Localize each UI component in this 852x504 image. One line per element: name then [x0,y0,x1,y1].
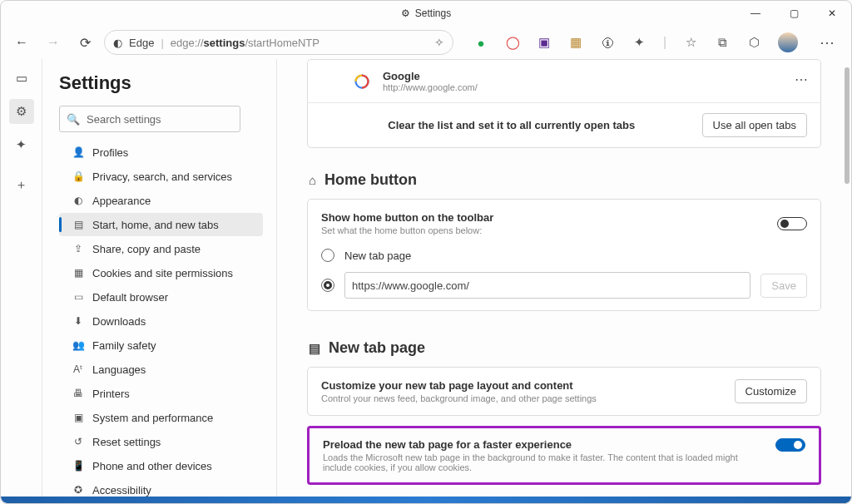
use-open-tabs-button[interactable]: Use all open tabs [702,113,807,137]
appearance-icon: ◐ [72,195,84,206]
forward-button[interactable]: → [41,30,66,55]
preload-sub: Loads the Microsoft new tab page in the … [323,452,755,472]
ext-icon-3[interactable]: ▣ [537,35,552,50]
sidebar-item-label: Phone and other devices [92,460,212,472]
home-icon: ⌂ [309,173,316,187]
sidebar-item-appearance[interactable]: ◐Appearance [59,189,263,212]
section-title: New tab page [329,339,425,357]
menu-button[interactable]: ⋯ [815,33,840,52]
google-favicon [354,74,369,89]
customize-sub: Control your news feed, background image… [321,393,597,403]
settings-content: Google http://www.google.com/ ⋯ Clear th… [277,59,851,498]
preload-title: Preload the new tab page for a faster ex… [323,438,775,451]
profile-icon: 👤 [72,146,84,158]
show-home-title: Show home button on the toolbar [321,211,493,224]
edge-icon: ◐ [113,37,122,49]
ext-icon-5[interactable]: 🛈 [600,35,615,50]
startup-page-name: Google [383,70,478,82]
favorite-icon[interactable]: ✧ [434,36,444,49]
browser-toolbar: ← → ⟳ ◐ Edge | edge://settings/startHome… [1,26,851,59]
maximize-button[interactable]: ▢ [775,1,813,26]
window-controls: — ▢ ✕ [736,1,851,26]
save-button[interactable]: Save [760,274,807,298]
share-icon: ⇪ [72,243,84,254]
startup-pages-card: Google http://www.google.com/ ⋯ Clear th… [307,59,821,148]
customize-newtab-panel: Customize your new tab page layout and c… [307,367,821,416]
close-button[interactable]: ✕ [813,1,851,26]
radio-icon [321,249,334,262]
startup-page-row: Google http://www.google.com/ ⋯ [308,60,820,103]
radio-selected-icon[interactable] [321,279,334,292]
cookie-icon: ▦ [72,267,84,279]
rail-settings-icon[interactable]: ⚙ [9,99,34,124]
window-bottom-edge [1,497,851,503]
clear-list-row: Clear the list and set it to all current… [308,103,820,147]
sidebar-item-phone[interactable]: 📱Phone and other devices [59,454,263,477]
window-titlebar: ⚙ Settings — ▢ ✕ [1,1,851,26]
home-button-panel: Show home button on the toolbar Set what… [307,199,821,311]
page-icon: ▤ [72,219,84,230]
rail-extension-icon[interactable]: ✦ [9,132,34,157]
download-icon: ⬇ [72,315,84,327]
app-icon[interactable]: ⬡ [746,35,761,50]
startup-page-more-button[interactable]: ⋯ [795,72,809,87]
profile-avatar[interactable] [778,32,798,52]
clear-list-text: Clear the list and set it to all current… [321,119,702,131]
scrollbar-thumb[interactable] [845,67,850,184]
sidebar-item-label: Languages [92,363,146,376]
sidebar-item-cookies[interactable]: ▦Cookies and site permissions [59,261,263,284]
sidebar-item-family[interactable]: 👥Family safety [59,334,263,357]
sidebar-item-label: Cookies and site permissions [92,267,233,279]
search-placeholder: Search settings [87,113,161,126]
toolbar-separator: | [663,35,666,50]
new-tab-heading: ▤ New tab page [309,339,821,357]
home-url-input[interactable] [344,272,750,299]
minimize-button[interactable]: — [736,1,775,26]
home-button-heading: ⌂ Home button [309,171,821,189]
newtab-icon: ▤ [309,341,320,356]
sidebar-item-default[interactable]: ▭Default browser [59,285,263,309]
ext-icon-2[interactable]: ◯ [505,35,520,50]
sidebar-item-label: Share, copy and paste [92,243,201,255]
rail-tab-icon[interactable]: ▭ [9,66,34,91]
sidebar-item-label: Start, home, and new tabs [92,219,219,231]
sidebar-item-start[interactable]: ▤Start, home, and new tabs [59,213,263,236]
system-icon: ▣ [72,412,84,423]
show-home-toggle[interactable] [777,217,807,230]
sidebar-item-languages[interactable]: AᵗLanguages [59,358,263,381]
startup-page-url: http://www.google.com/ [383,82,478,92]
back-button[interactable]: ← [9,30,34,55]
lock-icon: 🔒 [72,170,84,182]
sidebar-item-system[interactable]: ▣System and performance [59,406,263,429]
vertical-tab-rail: ▭ ⚙ ✦ ＋ [1,59,42,498]
search-input[interactable]: 🔍 Search settings [59,106,240,132]
settings-heading: Settings [59,72,263,94]
sidebar-item-printers[interactable]: 🖶Printers [59,382,263,405]
option-new-tab[interactable]: New tab page [321,249,807,262]
toolbar-extensions: ● ◯ ▣ ▦ 🛈 ✦ | ☆ ⧉ ⬡ ⋯ [473,32,840,52]
preload-toggle[interactable] [775,438,805,452]
extensions-icon[interactable]: ✦ [632,35,646,50]
sidebar-item-label: Reset settings [92,436,161,448]
sidebar-item-profiles[interactable]: 👤Profiles [59,141,263,164]
sidebar-item-reset[interactable]: ↺Reset settings [59,430,263,453]
customize-button[interactable]: Customize [735,379,807,403]
collections-icon[interactable]: ⧉ [715,35,730,50]
preload-newtab-row: Preload the new tab page for a faster ex… [307,426,821,485]
refresh-button[interactable]: ⟳ [72,30,97,55]
ext-icon-4[interactable]: ▦ [568,35,583,50]
window-title: Settings [415,7,451,19]
sidebar-item-downloads[interactable]: ⬇Downloads [59,309,263,333]
sidebar-item-share[interactable]: ⇪Share, copy and paste [59,237,263,260]
show-home-sub: Set what the home button opens below: [321,225,493,235]
rail-add-tab-icon[interactable]: ＋ [9,172,34,197]
settings-sidebar: Settings 🔍 Search settings 👤Profiles 🔒Pr… [42,59,277,498]
sidebar-item-privacy[interactable]: 🔒Privacy, search, and services [59,165,263,188]
language-icon: Aᵗ [72,363,84,375]
sidebar-item-label: Default browser [92,291,168,304]
favorites-icon[interactable]: ☆ [683,35,698,50]
ext-icon-1[interactable]: ● [473,35,488,50]
reset-icon: ↺ [72,436,84,447]
address-bar[interactable]: ◐ Edge | edge://settings/startHomeNTP ✧ [104,30,453,55]
gear-icon: ⚙ [401,7,410,19]
